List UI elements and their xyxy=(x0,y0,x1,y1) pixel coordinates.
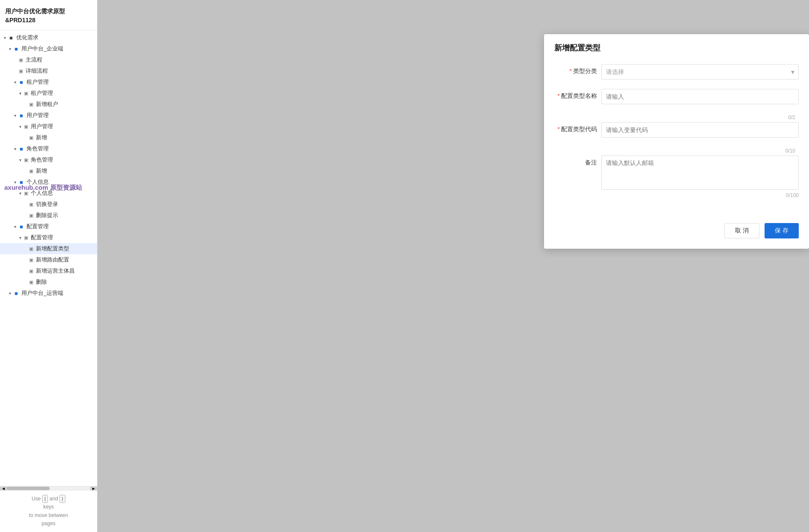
sidebar-item-new-config-type[interactable]: ▾ ▣ 新增配置类型 xyxy=(0,243,97,254)
sidebar-item-personal-info-folder[interactable]: ▾ ■ 个人信息 xyxy=(0,176,97,188)
sidebar-item-label: 删除 xyxy=(36,278,47,286)
form-row-config-type-code: 配置类型代码 0/10 xyxy=(554,122,799,146)
sidebar-item-role-mgmt-folder[interactable]: ▾ ■ 角色管理 xyxy=(0,143,97,154)
horizontal-scrollbar-thumb[interactable] xyxy=(7,487,90,490)
sidebar-item-config-mgmt-page[interactable]: ▾ ▣ 配置管理 xyxy=(0,232,97,243)
sidebar-item-tenant-mgmt-page[interactable]: ▾ ▣ 租户管理 xyxy=(0,88,97,99)
modal-title: 新增配置类型 xyxy=(544,34,809,60)
page-icon: ▣ xyxy=(28,201,34,207)
page-icon: ▣ xyxy=(28,257,34,263)
arrow-icon: ▾ xyxy=(12,223,18,229)
arrow-icon: ▾ xyxy=(17,235,23,241)
sidebar-item-delete-hint[interactable]: ▾ ▣ 删除提示 xyxy=(0,210,97,221)
sidebar-item-new-operation-entity[interactable]: ▾ ▣ 新增运营主体昌 xyxy=(0,265,97,276)
sidebar-item-label: 租户管理 xyxy=(26,78,49,86)
arrow-icon: ▾ xyxy=(17,157,23,163)
arrow-icon: ▾ xyxy=(12,112,18,118)
form-control-type-category: 请选择 xyxy=(601,64,799,79)
arrow-icon: ▾ xyxy=(7,290,13,296)
page-folder-icon: ▣ xyxy=(23,123,29,129)
remark-counter: 0/100 xyxy=(601,192,799,198)
sidebar-item-label: 角色管理 xyxy=(31,156,53,164)
sidebar-item-new-user[interactable]: ▾ ▣ 新增 xyxy=(0,132,97,143)
sidebar-item-role-mgmt-page[interactable]: ▾ ▣ 角色管理 xyxy=(0,154,97,165)
cancel-button[interactable]: 取 消 xyxy=(724,223,759,238)
form-row-remark: 备注 0/100 xyxy=(554,156,799,198)
sidebar-item-label: 新增 xyxy=(36,167,47,175)
sidebar-item-label: 新增路由配置 xyxy=(36,256,69,264)
page-folder-icon: ▣ xyxy=(23,235,29,241)
sidebar-item-user-mgmt-folder[interactable]: ▾ ■ 用户管理 xyxy=(0,110,97,121)
sidebar-item-config-mgmt-folder[interactable]: ▾ ■ 配置管理 xyxy=(0,221,97,232)
folder-blue-icon: ■ xyxy=(18,79,25,85)
nav-hint-move: to move between xyxy=(29,512,68,518)
prev-page-key[interactable]: { xyxy=(42,495,48,503)
folder-blue-icon: ■ xyxy=(18,112,25,119)
sidebar-item-user-center-ops[interactable]: ▾ ■ 用户中台_运营端 xyxy=(0,288,97,299)
page-icon: ▣ xyxy=(28,268,34,274)
page-icon: ▣ xyxy=(28,135,34,141)
page-folder-icon: ▣ xyxy=(23,190,29,196)
arrow-icon: ▾ xyxy=(12,146,18,152)
sidebar-item-label: 配置管理 xyxy=(26,223,49,230)
arrow-icon: ▾ xyxy=(7,46,13,52)
sidebar-item-opt-needs[interactable]: ▾ ■ 优化需求 xyxy=(0,32,97,43)
sidebar-item-label: 用户中台_运营端 xyxy=(21,289,63,297)
sidebar-item-new-tenant[interactable]: ▾ ▣ 新增租户 xyxy=(0,99,97,110)
sidebar-item-label: 配置管理 xyxy=(31,234,53,241)
sidebar: 用户中台优化需求原型 &PRD1128 ▾ ■ 优化需求 ▾ ■ 用户中台_企业… xyxy=(0,0,97,532)
form-row-config-type-name: 配置类型名称 0/2 xyxy=(554,89,799,113)
nav-hint-pages: pages xyxy=(41,520,56,526)
form-label-type-category: 类型分类 xyxy=(554,64,601,75)
page-icon: ▣ xyxy=(28,101,34,107)
sidebar-item-user-mgmt-page[interactable]: ▾ ▣ 用户管理 xyxy=(0,121,97,132)
sidebar-item-label: 新增配置类型 xyxy=(36,245,69,253)
left-scroll-arrow[interactable]: ◀ xyxy=(0,486,7,491)
form-label-config-type-name: 配置类型名称 xyxy=(554,89,601,100)
config-type-name-counter: 0/2 xyxy=(788,115,795,121)
sidebar-item-tenant-mgmt-folder[interactable]: ▾ ■ 租户管理 xyxy=(0,76,97,88)
sidebar-item-label: 角色管理 xyxy=(26,145,49,153)
modal-body: 类型分类 请选择 配置类型名称 0/2 xyxy=(544,60,809,216)
folder-blue-icon: ■ xyxy=(18,223,25,230)
sidebar-resize-handle[interactable] xyxy=(95,0,97,532)
form-control-remark: 0/100 xyxy=(601,156,799,198)
sidebar-item-switch-login[interactable]: ▾ ▣ 切换登录 xyxy=(0,199,97,210)
form-control-config-type-code: 0/10 xyxy=(601,122,799,146)
page-icon: ▣ xyxy=(28,168,34,174)
form-row-type-category: 类型分类 请选择 xyxy=(554,64,799,79)
sidebar-tree: ▾ ■ 优化需求 ▾ ■ 用户中台_企业端 ▾ ▣ 主流程 ▾ ▣ 详细流程 ▾… xyxy=(0,30,97,486)
sidebar-item-label: 切换登录 xyxy=(36,200,58,208)
sidebar-item-label: 新增运营主体昌 xyxy=(36,267,75,275)
form-label-config-type-code: 配置类型代码 xyxy=(554,122,601,133)
page-icon: ▣ xyxy=(28,279,34,285)
folder-blue-icon: ■ xyxy=(13,290,20,297)
sidebar-item-new-role[interactable]: ▾ ▣ 新增 xyxy=(0,165,97,176)
save-button[interactable]: 保 存 xyxy=(765,223,799,238)
modal-overlay: 新增配置类型 类型分类 请选择 配置类型名称 xyxy=(97,0,809,532)
remark-textarea[interactable] xyxy=(601,156,799,190)
arrow-icon: ▾ xyxy=(17,123,23,129)
sidebar-item-label: 详细流程 xyxy=(26,67,48,75)
sidebar-item-personal-info-page[interactable]: ▾ ▣ 个人信息 xyxy=(0,188,97,199)
sidebar-item-label: 新增租户 xyxy=(36,100,58,108)
page-icon: ▣ xyxy=(28,246,34,252)
sidebar-item-label: 优化需求 xyxy=(16,34,38,41)
sidebar-item-delete-config[interactable]: ▾ ▣ 删除 xyxy=(0,276,97,288)
nav-hint: Use { and } keys to move between pages xyxy=(0,491,97,532)
config-type-code-input[interactable] xyxy=(601,122,799,138)
sidebar-item-label: 用户中台_企业端 xyxy=(21,45,63,53)
sidebar-item-detail-flow[interactable]: ▾ ▣ 详细流程 xyxy=(0,65,97,76)
page-folder-icon: ▣ xyxy=(23,157,29,163)
folder-blue-icon: ■ xyxy=(18,179,25,185)
next-page-key[interactable]: } xyxy=(59,495,65,503)
sidebar-item-main-flow[interactable]: ▾ ▣ 主流程 xyxy=(0,54,97,65)
sidebar-title: 用户中台优化需求原型 &PRD1128 xyxy=(0,0,97,30)
main-content: 新增配置类型 类型分类 请选择 配置类型名称 xyxy=(97,0,809,532)
sidebar-item-new-route-config[interactable]: ▾ ▣ 新增路由配置 xyxy=(0,254,97,265)
sidebar-item-user-center-enterprise[interactable]: ▾ ■ 用户中台_企业端 xyxy=(0,43,97,54)
arrow-icon: ▾ xyxy=(17,190,23,196)
type-category-select[interactable]: 请选择 xyxy=(601,64,799,79)
config-type-name-input[interactable] xyxy=(601,89,799,104)
folder-blue-icon: ■ xyxy=(18,145,25,152)
